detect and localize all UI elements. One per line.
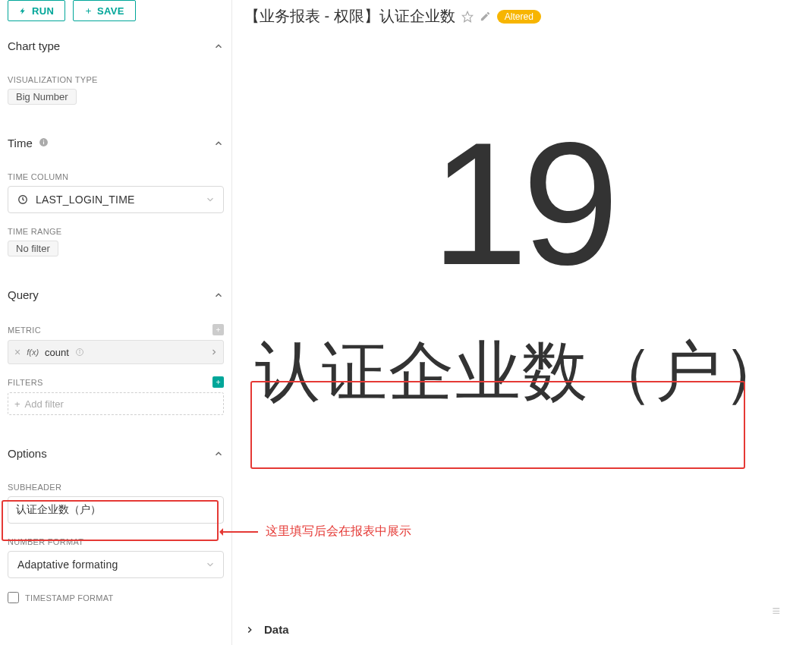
metric-label: METRIC: [8, 326, 41, 335]
viz-type-label: VISUALIZATION TYPE: [8, 75, 224, 84]
svg-rect-1: [43, 141, 44, 144]
drag-handle-icon[interactable]: ≡: [772, 603, 782, 619]
time-column-value: LAST_LOGIN_TIME: [36, 194, 135, 206]
chevron-up-icon: [213, 138, 224, 149]
control-panel: RUN SAVE Chart type VISUALIZATION TYPE B…: [0, 0, 232, 645]
info-icon: [39, 137, 49, 147]
timestamp-format-row[interactable]: TIMESTAMP FORMAT: [8, 592, 224, 603]
chevron-right-icon: [244, 625, 255, 635]
clock-icon: [17, 194, 28, 205]
section-title: Chart type: [8, 39, 60, 52]
subheader-input[interactable]: [8, 496, 224, 524]
section-title: Time: [8, 137, 49, 149]
data-section-toggle[interactable]: ≡ Data: [232, 614, 812, 645]
add-filter-row[interactable]: + Add filter: [8, 392, 224, 415]
save-label: SAVE: [97, 5, 124, 17]
star-icon[interactable]: [461, 11, 474, 23]
chart-area: 【业务报表 - 权限】认证企业数 Altered 19 认证企业数（户） 这里填…: [232, 0, 812, 645]
run-label: RUN: [32, 5, 54, 17]
annotation-text: 这里填写后会在报表中展示: [266, 524, 411, 540]
subheader-label: SUBHEADER: [8, 483, 224, 492]
chevron-down-icon: [205, 194, 216, 205]
plus-icon: [84, 7, 93, 15]
svg-marker-7: [462, 11, 472, 21]
remove-metric-button[interactable]: ×: [14, 347, 20, 357]
section-time[interactable]: Time: [8, 127, 224, 159]
plus-icon: +: [14, 398, 20, 410]
add-metric-button[interactable]: [212, 324, 224, 335]
timestamp-format-label: TIMESTAMP FORMAT: [25, 593, 114, 603]
metric-value: count: [45, 347, 69, 358]
timestamp-format-checkbox[interactable]: [8, 592, 19, 603]
time-range-pill[interactable]: No filter: [8, 241, 58, 256]
svg-rect-2: [43, 140, 44, 140]
section-query[interactable]: Query: [8, 279, 224, 310]
save-button[interactable]: SAVE: [73, 0, 136, 21]
chevron-up-icon: [213, 41, 224, 52]
bolt-icon: [19, 7, 27, 15]
arrow-icon: [223, 531, 258, 533]
annotation: 这里填写后会在报表中展示: [223, 524, 411, 540]
add-filter-button[interactable]: [212, 376, 224, 388]
chevron-right-icon: [209, 348, 219, 357]
chevron-up-icon: [213, 290, 224, 300]
edit-icon[interactable]: [480, 11, 491, 22]
big-number-value: 19: [431, 125, 613, 282]
section-title: Query: [8, 288, 39, 301]
data-label: Data: [264, 623, 289, 636]
viz-type-pill[interactable]: Big Number: [8, 89, 77, 105]
section-chart-type[interactable]: Chart type: [8, 30, 224, 61]
chevron-down-icon: [205, 559, 216, 570]
number-format-select[interactable]: Adaptative formating: [8, 551, 224, 578]
altered-badge: Altered: [497, 10, 541, 24]
info-icon: [75, 348, 84, 357]
time-column-select[interactable]: LAST_LOGIN_TIME: [8, 186, 224, 213]
chart-title: 【业务报表 - 权限】认证企业数: [244, 6, 455, 27]
time-range-label: TIME RANGE: [8, 227, 224, 236]
number-format-value: Adaptative formating: [17, 558, 118, 571]
section-options[interactable]: Options: [8, 438, 224, 469]
number-format-label: NUMBER FORMAT: [8, 537, 224, 546]
time-column-label: TIME COLUMN: [8, 172, 224, 181]
filters-label: FILTERS: [8, 378, 43, 387]
run-button[interactable]: RUN: [8, 0, 65, 21]
section-title: Options: [8, 447, 47, 460]
big-number-subheader: 认证企业数（户）: [255, 328, 789, 417]
metric-item[interactable]: × f(x) count: [8, 340, 224, 364]
chevron-up-icon: [213, 448, 224, 459]
fx-icon: f(x): [27, 348, 39, 357]
add-filter-text: Add filter: [25, 398, 64, 410]
svg-point-6: [79, 351, 80, 351]
